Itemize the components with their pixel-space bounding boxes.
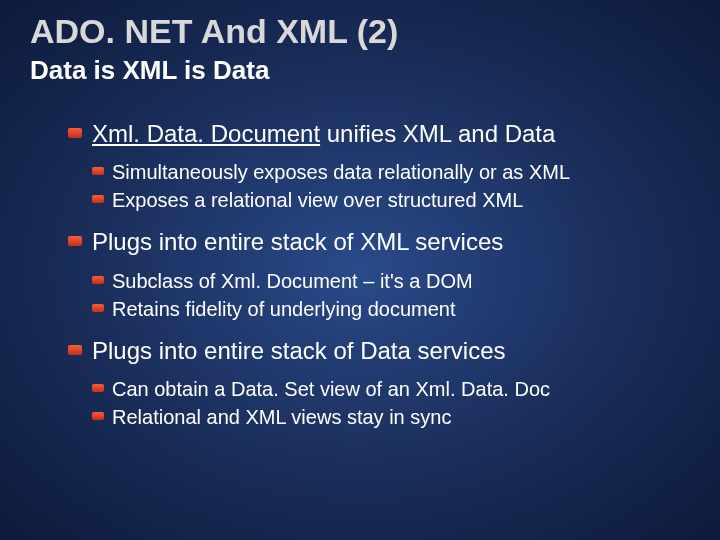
slide-subtitle: Data is XML is Data [30, 55, 690, 86]
slide-content: Xml. Data. Document unifies XML and Data… [30, 118, 690, 431]
sub-bullet-list: Can obtain a Data. Set view of an Xml. D… [68, 375, 690, 431]
bullet-text-rest: unifies XML and Data [320, 120, 555, 147]
sub-bullet-item: Exposes a relational view over structure… [92, 186, 690, 214]
bullet-item: Plugs into entire stack of Data services [68, 335, 690, 367]
bullet-item: Xml. Data. Document unifies XML and Data [68, 118, 690, 150]
sub-bullet-item: Retains fidelity of underlying document [92, 295, 690, 323]
slide-title: ADO. NET And XML (2) [30, 12, 690, 51]
bullet-item: Plugs into entire stack of XML services [68, 226, 690, 258]
sub-bullet-list: Simultaneously exposes data relationally… [68, 158, 690, 214]
slide: ADO. NET And XML (2) Data is XML is Data… [0, 0, 720, 473]
sub-bullet-item: Can obtain a Data. Set view of an Xml. D… [92, 375, 690, 403]
sub-bullet-item: Subclass of Xml. Document – it's a DOM [92, 267, 690, 295]
sub-bullet-item: Simultaneously exposes data relationally… [92, 158, 690, 186]
sub-bullet-list: Subclass of Xml. Document – it's a DOM R… [68, 267, 690, 323]
bullet-text-underlined: Xml. Data. Document [92, 120, 320, 147]
sub-bullet-item: Relational and XML views stay in sync [92, 403, 690, 431]
